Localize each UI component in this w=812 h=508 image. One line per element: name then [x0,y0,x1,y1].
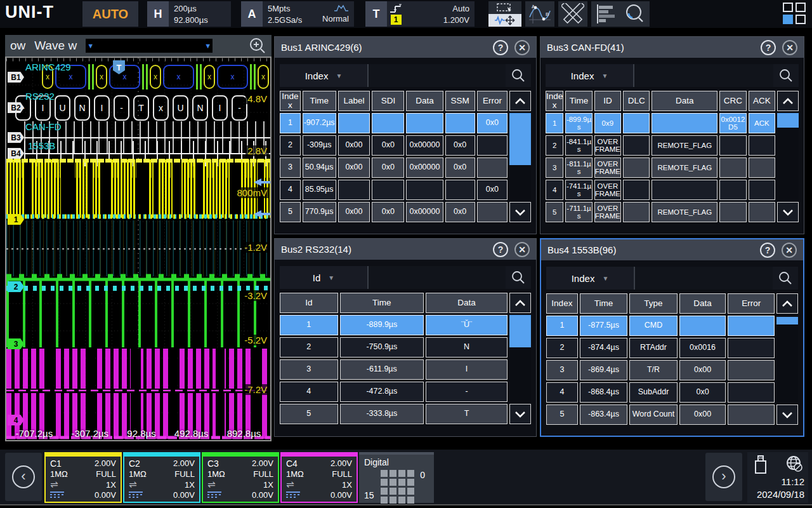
timebase-scale: 200µs [174,4,208,13]
table-cell: -868.4µs [580,382,627,403]
scroll-up-button[interactable] [776,293,798,314]
scroll-up-button[interactable] [509,293,531,313]
search-button[interactable] [506,64,531,87]
trigger-settings-block[interactable]: T 1 Auto 1.200V [365,1,475,27]
table-row[interactable]: 1-877.5µsCMD [546,316,775,336]
table-row[interactable]: 5-863.4µsWord Count0x00 [546,404,775,425]
table-row[interactable]: 5-711.1µsOVER FRAMEREMOTE_FLAG [546,202,775,222]
close-icon[interactable]: ✕ [514,40,530,55]
wave-view-dropdown[interactable]: ▼ ▼ [86,39,213,53]
table-row[interactable]: 5770.9µs0x000x00x000000x0 [280,202,508,222]
scrollbar-thumb[interactable] [776,317,798,324]
table-row[interactable]: 4-868.4µsSubAddr0x0 [546,382,775,403]
table-row[interactable]: 1-889.9µs¨Ǔ¨ [280,315,508,335]
table-cell: 770.9µs [303,202,336,222]
search-field-dropdown[interactable]: Index ▼ [546,267,635,290]
scrollbar-track[interactable] [776,316,798,403]
table-cell: 5 [280,404,338,424]
search-button[interactable] [773,64,799,87]
panel-header[interactable]: Bus2 RS232(14) ? ✕ [275,239,536,260]
table-cell [728,382,775,403]
acquire-mode: Normal [322,14,349,23]
close-icon[interactable]: ✕ [782,40,797,55]
search-button[interactable] [506,266,531,289]
help-icon[interactable]: ? [760,243,775,258]
search-tool[interactable] [620,1,650,27]
search-field-dropdown[interactable]: Index ▼ [280,64,369,87]
scroll-down-button[interactable] [776,404,798,425]
table-row[interactable]: 3-611.9µsI [280,359,508,380]
table-row[interactable]: 4-741.1µsOVER FRAME [546,180,775,200]
search-button[interactable] [773,267,798,290]
scroll-channels-left-button[interactable]: ‹ [5,453,42,501]
search-input[interactable] [369,64,506,87]
close-icon[interactable]: ✕ [514,242,530,257]
search-input[interactable] [634,64,773,87]
channel-scale: 2.00V [173,458,195,468]
scroll-up-button[interactable] [777,91,799,111]
acquire-settings-block[interactable]: A 5Mpts 2.5GSa/s Normal [241,1,354,27]
decode-list-tool[interactable] [591,1,620,27]
search-input[interactable] [635,267,773,290]
table-cell: 0x0 [477,180,508,200]
table-cell: -750.9µs [340,337,424,358]
search-field-dropdown[interactable]: Id ▼ [280,266,369,289]
search-field-dropdown[interactable]: Index ▼ [546,64,634,87]
table-row[interactable]: 1-899.9µs0x90x0012D5ACK [546,113,775,133]
table-cell: -472.8µs [340,382,424,402]
cursor-ab-tool[interactable]: AB [525,1,554,27]
table-row[interactable]: 2-841.1µsOVER FRAMEREMOTE_FLAG [546,135,775,156]
waveform-move-tool-active[interactable] [488,14,521,27]
channel-scale: 2.00V [95,458,116,468]
scroll-up-button[interactable] [509,91,531,111]
search-input[interactable] [369,266,506,289]
scrollbar-thumb[interactable] [509,315,531,347]
measure-tool[interactable] [558,1,587,27]
scrollbar-track[interactable] [777,113,799,200]
table-row[interactable]: 485.95µs0x0 [280,180,508,200]
run-state-button[interactable]: AUTO [82,1,138,27]
table-row[interactable]: 1-907.2µs0x0 [280,113,508,133]
scroll-down-button[interactable] [509,404,531,424]
panel-title: Bus3 CAN-FD(41) [547,42,754,53]
panel-header[interactable]: Bus3 CAN-FD(41) ? ✕ [540,37,804,58]
zoom-magnifier-icon[interactable] [249,37,266,55]
help-icon[interactable]: ? [493,40,508,55]
window-layout-button[interactable] [783,3,807,25]
channel-card[interactable]: C42.00V 1MΩFULL ⇌1X 0.00V [280,452,358,503]
close-icon[interactable]: ✕ [782,243,797,258]
channel-card[interactable]: C32.00V 1MΩFULL ⇌1X 0.00V [202,452,279,503]
table-row[interactable]: 350.94µs0x000x00x000000x0 [280,157,508,178]
digital-channels-card[interactable]: Digital 0 15 [359,452,434,503]
marquee-select-tool[interactable] [488,1,521,14]
scrollbar-track[interactable] [509,113,531,200]
table-cell: 0x0016 [679,338,726,358]
scrollbar-thumb[interactable] [777,113,799,128]
scroll-channels-right-button[interactable]: › [705,453,742,501]
scroll-down-button[interactable] [509,202,531,222]
scrollbar-track[interactable] [509,315,531,402]
scrollbar-thumb[interactable] [509,113,531,165]
help-icon[interactable]: ? [761,40,776,55]
table-row[interactable]: 2-874.4µsRTAddr0x0016 [546,338,775,358]
table-row[interactable]: 3-811.1µsOVER FRAMEREMOTE_FLAG [546,157,775,178]
waveform-display[interactable]: T ARINC429 RS232 CAN-FD 1553B B1 B2 B3 B… [5,57,272,441]
column-header: Time [580,293,627,314]
table-row[interactable]: 2-309µs0x000x00x000000x0 [280,135,508,156]
table-cell: -874.4µs [580,338,627,358]
channel-card[interactable]: C12.00V 1MΩFULL ⇌1X 0.00V [44,452,122,503]
table-row[interactable]: 4-472.8µs- [280,382,508,402]
table-row[interactable]: 5-333.8µsT [280,404,508,424]
table-row[interactable]: 2-750.9µsN [280,337,508,358]
table-cell [623,157,650,178]
table-row[interactable]: 3-869.4µsT/R0x00 [546,360,775,380]
help-icon[interactable]: ? [493,242,508,257]
channel-offset: 0.00V [252,490,273,500]
channel-card[interactable]: C22.00V 1MΩFULL ⇌1X 0.00V [123,452,200,503]
panel-header[interactable]: Bus4 1553B(96) ? ✕ [541,239,803,260]
panel-header[interactable]: Bus1 ARINC429(6) ? ✕ [275,37,536,58]
table-cell: CMD [629,316,677,336]
scroll-down-button[interactable] [777,202,799,222]
horizontal-settings-block[interactable]: H 200µs 92.800µs [147,1,231,27]
wave-header-left-text: ow [10,39,25,53]
